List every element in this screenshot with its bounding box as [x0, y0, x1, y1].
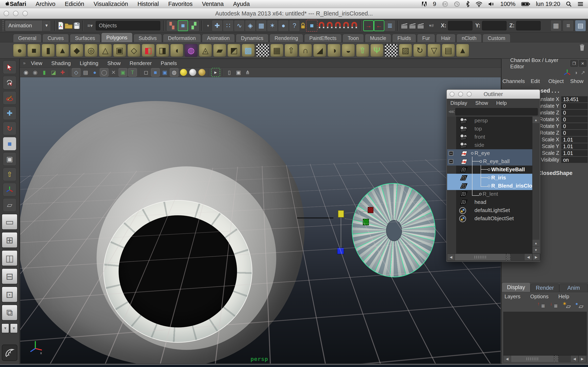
reduce-shelf-icon[interactable]: ▽ [428, 44, 441, 57]
soft-modification-tool-button[interactable]: ⇧ [3, 167, 16, 181]
grid-toggle-icon[interactable]: ◇ [72, 68, 80, 77]
select-curves-mask[interactable]: ∿ [234, 20, 245, 31]
green-checker-cube[interactable] [363, 219, 369, 225]
panel-menu-panels[interactable]: Panels [161, 60, 177, 67]
select-dynamics-mask[interactable]: ✶ [267, 20, 278, 31]
shelf-tab-deformation[interactable]: Deformation [163, 34, 201, 42]
layer-menu-layers[interactable]: Layers [504, 293, 520, 300]
scroll-left-icon[interactable]: ◀ [447, 254, 455, 260]
flat-light-icon[interactable] [189, 69, 196, 76]
layer-menu-help[interactable]: Help [558, 293, 569, 300]
field-chart-icon[interactable]: ✕ [109, 68, 118, 76]
scroll-thumb[interactable] [511, 356, 554, 362]
tool-settings-toggle[interactable]: ≡ [563, 20, 574, 31]
shape-node-name[interactable]: ClosedShape [537, 170, 572, 176]
move-layer-down-icon[interactable]: ≡↓ [551, 302, 560, 310]
move-layer-up-icon[interactable]: ≡↑ [539, 302, 548, 310]
scroll-left-icon[interactable]: ◀ [525, 254, 532, 260]
layer-menu-options[interactable]: Options [530, 293, 549, 300]
blue-component-shelf-icon[interactable]: ▩ [242, 44, 255, 57]
section-divider[interactable] [397, 20, 398, 31]
outliner-item-front[interactable]: front [447, 133, 533, 141]
rotate-tool-button[interactable]: ↻ [3, 122, 16, 135]
poly-cube-shelf-icon[interactable]: ■ [27, 44, 40, 57]
outliner-menu-show[interactable]: Show [475, 100, 488, 106]
layer-tab-render[interactable]: Render [530, 284, 559, 292]
layer-tab-display[interactable]: Display [502, 282, 530, 292]
expander-icon[interactable]: − [449, 151, 453, 156]
panel-menu-show[interactable]: Show [107, 60, 121, 67]
shelf-tab-dynamics[interactable]: Dynamics [236, 34, 268, 42]
quadrangulate-shelf-icon[interactable]: ▤ [442, 44, 455, 57]
time-slider-strip[interactable] [0, 364, 588, 367]
magnet-snap-icon[interactable] [350, 22, 358, 30]
outliner-vscrollbar[interactable]: ▲ ▲ ▼ [532, 117, 539, 254]
gate-mask-icon[interactable]: ◯ [100, 68, 108, 77]
coord-y-input[interactable] [482, 21, 507, 30]
construction-history-toggle[interactable]: ≣ [384, 20, 396, 31]
minimize-window-button[interactable] [13, 11, 18, 16]
hypershade-persp-layout-button[interactable]: ⊡ [2, 286, 17, 302]
panel-menu-lighting[interactable]: Lighting [80, 60, 98, 67]
normals-up-shelf-icon[interactable]: ⇧ [356, 44, 369, 57]
coordinate-menu-icon[interactable]: ▾# [425, 20, 438, 31]
shelf-tab-animation[interactable]: Animation [202, 34, 235, 42]
shelf-tab-toon[interactable]: Toon [343, 34, 364, 42]
close-window-button[interactable] [4, 11, 9, 16]
menu-safari[interactable]: Safari [10, 1, 26, 7]
persp-hypergraph-layout-button[interactable]: ⧉ [2, 305, 17, 320]
outliner-item-head[interactable]: head [447, 198, 533, 206]
channel-value-input[interactable]: 0 [561, 117, 588, 123]
manipulator-axis-icon[interactable] [563, 69, 571, 76]
select-misc-mask[interactable]: ? [289, 20, 300, 31]
image-plane-icon[interactable]: ◪ [49, 68, 58, 76]
textured-mode-icon[interactable]: ◍ [170, 68, 178, 77]
trash-icon[interactable] [579, 44, 585, 51]
outliner-titlebar[interactable]: Outliner [447, 90, 540, 99]
create-layer-from-selected-icon[interactable]: ▱● [577, 302, 586, 310]
coord-z-input[interactable] [516, 21, 541, 30]
menu-favoritos[interactable]: Favoritos [168, 1, 192, 7]
outliner-item-defaultLightSet[interactable]: defaultLightSet [447, 206, 533, 215]
new-scene-icon[interactable] [57, 22, 64, 30]
create-empty-layer-icon[interactable]: ▱✶ [564, 302, 573, 310]
poly-pyramid-shelf-icon[interactable]: △ [99, 44, 112, 57]
channel-value-input[interactable]: 1.01 [561, 143, 588, 150]
extrude-shelf-icon[interactable]: ⇧ [285, 44, 298, 57]
select-faces-shelf-icon[interactable]: ▰ [213, 44, 226, 57]
highlight-selection-button[interactable]: ■ [306, 20, 318, 32]
volume-icon[interactable] [488, 1, 495, 7]
scroll-right-icon[interactable]: ▶ [579, 356, 586, 362]
drag-handle[interactable] [2, 20, 4, 31]
viewport-3d[interactable]: persp x [20, 77, 501, 364]
outliner-item-R_lent[interactable]: R_lent [447, 190, 533, 198]
section-divider[interactable] [82, 20, 84, 31]
maya-output-connections-button[interactable]: ← [374, 20, 384, 31]
snap-to-curve-icon[interactable] [326, 22, 334, 30]
menu-archivo[interactable]: Archivo [36, 1, 56, 7]
snap-mode-menu-icon[interactable]: ≡▾ [86, 20, 95, 31]
menuset-dropdown[interactable]: Animation▼ [5, 20, 51, 31]
default-light-icon[interactable] [180, 69, 187, 76]
shelf-tab-custom[interactable]: Custom [483, 34, 510, 42]
poly-cylinder-shelf-icon[interactable]: ▮ [42, 44, 55, 57]
panel-menu-view[interactable]: View [31, 60, 42, 67]
notification-center-icon[interactable] [577, 1, 584, 7]
scroll-up-icon[interactable]: ▲ [532, 117, 539, 124]
mask-menu-icon[interactable]: ▾ [204, 20, 212, 31]
spin-edge-shelf-icon[interactable]: ↻ [413, 44, 426, 57]
persp-graph-layout-button[interactable]: ⊟ [2, 268, 17, 284]
select-deformations-mask[interactable]: ▦ [256, 20, 267, 31]
outliner-item-R_iris[interactable]: R_iris [447, 174, 533, 182]
yellow-handle-cube[interactable] [338, 210, 344, 217]
section-divider[interactable] [201, 20, 203, 31]
shelf-tab-ncloth[interactable]: nCloth [457, 34, 481, 42]
outliner-item-WhiteEyeBall[interactable]: WhiteEyeBall [447, 166, 533, 174]
shelf-tab-subdivs[interactable]: Subdivs [134, 34, 162, 42]
shelf-tab-curves[interactable]: Curves [43, 34, 69, 42]
pan-zoom-tool-icon[interactable]: ✚ [59, 68, 67, 76]
blue-handle-cube[interactable] [337, 248, 344, 254]
smooth-shade-mode-icon[interactable]: ■ [151, 68, 160, 77]
channel-box-menu-object[interactable]: Object [546, 78, 567, 84]
outliner-search-input[interactable] [455, 108, 538, 115]
